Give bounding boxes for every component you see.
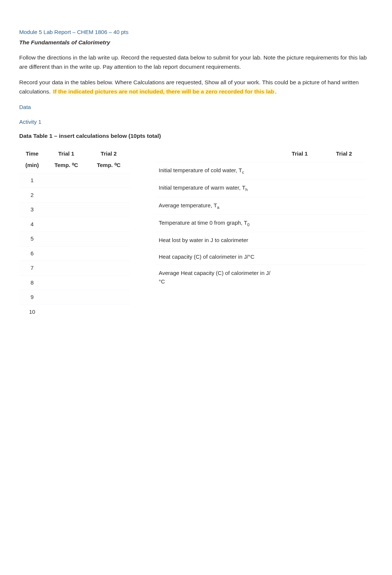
trial2-cell[interactable] [87,173,130,188]
trial2-cell[interactable] [87,290,130,305]
trial1-cell[interactable] [45,217,87,232]
trial1-cell[interactable] [45,261,87,276]
calc-trial1-cell[interactable] [278,215,322,232]
tables-container: Time Trial 1 Trial 2 (min) Temp. ⁰C Temp… [19,147,373,319]
table-row: 9 [19,290,130,305]
calc-label-cell: Initial temperature of warm water, Th [156,180,278,197]
calc-label-cell: Average temperature, Ta [156,197,278,214]
lab-subtitle: The Fundamentals of Calorimetry [19,38,373,47]
trial2-cell[interactable] [87,188,130,203]
activity-1-heading: Activity 1 [19,118,373,126]
th-t1unit: Temp. ⁰C [45,160,87,173]
trial1-cell[interactable] [45,188,87,203]
time-cell: 9 [19,290,45,305]
calc-trial2-cell[interactable] [322,215,366,232]
th-time: Time [19,147,45,160]
trial2-cell[interactable] [87,261,130,276]
table-row: 3 [19,203,130,217]
trial2-cell[interactable] [87,232,130,246]
time-cell: 5 [19,232,45,246]
time-cell: 6 [19,246,45,261]
calc-trial2-cell[interactable] [322,232,366,248]
time-cell: 4 [19,217,45,232]
th-blank [156,147,278,162]
table-row: 8 [19,275,130,290]
table-row: 2 [19,188,130,203]
calc-trial1-cell[interactable] [278,232,322,248]
section-data-heading: Data [19,103,373,112]
trial2-cell[interactable] [87,203,130,217]
time-cell: 2 [19,188,45,203]
calc-label-cell: Average Heat capacity (C) of calorimeter… [156,265,278,289]
calc-table: Trial 1 Trial 2 Initial temperature of c… [156,147,366,289]
trial1-cell[interactable] [45,203,87,217]
calc-label-cell: Initial temperature of cold water, Tc [156,162,278,179]
time-cell: 7 [19,261,45,276]
th-trial2: Trial 2 [87,147,130,160]
table-row: 10 [19,304,130,319]
time-cell: 3 [19,203,45,217]
th-t2unit: Temp. ⁰C [87,160,130,173]
calc-trial1-cell[interactable] [278,162,322,179]
table-row: Average temperature, Ta [156,197,366,214]
calc-label-cell: Heat lost by water in J to calorimeter [156,232,278,248]
trial1-cell[interactable] [45,232,87,246]
calc-trial2-cell[interactable] [322,265,366,289]
time-cell: 1 [19,173,45,188]
table-row: 6 [19,246,130,261]
trial2-cell[interactable] [87,217,130,232]
trial1-cell[interactable] [45,290,87,305]
module-title: Module 5 Lab Report – CHEM 1806 – 40 pts [19,28,373,37]
time-table-body: 12345678910 [19,173,130,319]
trial1-cell[interactable] [45,304,87,319]
table-row: Heat capacity (C) of calorimeter in J/°C [156,248,366,265]
calc-trial2-cell[interactable] [322,180,366,197]
trial2-cell[interactable] [87,275,130,290]
table-row: Initial temperature of warm water, Th [156,180,366,197]
period-2: . [275,88,276,95]
th-min: (min) [19,160,45,173]
time-cell: 10 [19,304,45,319]
trial1-cell[interactable] [45,246,87,261]
intro-paragraph-1: Follow the directions in the lab write u… [19,53,373,72]
table-row: 4 [19,217,130,232]
trial1-cell[interactable] [45,275,87,290]
calc-table-body: Initial temperature of cold water, TcIni… [156,162,366,289]
table-row: 1 [19,173,130,188]
calc-trial1-cell[interactable] [278,265,322,289]
calc-trial2-cell[interactable] [322,162,366,179]
calc-trial2-cell[interactable] [322,197,366,214]
time-cell: 8 [19,275,45,290]
calc-trial2-cell[interactable] [322,248,366,265]
th-calc-trial1: Trial 1 [278,147,322,162]
warning-text: If the indicated pictures are not includ… [52,88,275,95]
table-row: Heat lost by water in J to calorimeter [156,232,366,248]
trial1-cell[interactable] [45,173,87,188]
table-row: Average Heat capacity (C) of calorimeter… [156,265,366,289]
calc-trial1-cell[interactable] [278,248,322,265]
th-trial1: Trial 1 [45,147,87,160]
table-row: 5 [19,232,130,246]
table-row: 7 [19,261,130,276]
calc-trial1-cell[interactable] [278,180,322,197]
trial2-cell[interactable] [87,304,130,319]
period-1: . [49,88,52,95]
trial2-cell[interactable] [87,246,130,261]
intro-paragraph-2: Record your data in the tables below. Wh… [19,78,373,96]
table-row: Initial temperature of cold water, Tc [156,162,366,179]
calc-label-cell: Temperature at time 0 from graph, T0 [156,215,278,232]
calc-label-cell: Heat capacity (C) of calorimeter in J/°C [156,248,278,265]
th-calc-trial2: Trial 2 [322,147,366,162]
calc-trial1-cell[interactable] [278,197,322,214]
table-row: Temperature at time 0 from graph, T0 [156,215,366,232]
data-table-1-caption: Data Table 1 – insert calculations below… [19,132,373,140]
time-table: Time Trial 1 Trial 2 (min) Temp. ⁰C Temp… [19,147,130,319]
